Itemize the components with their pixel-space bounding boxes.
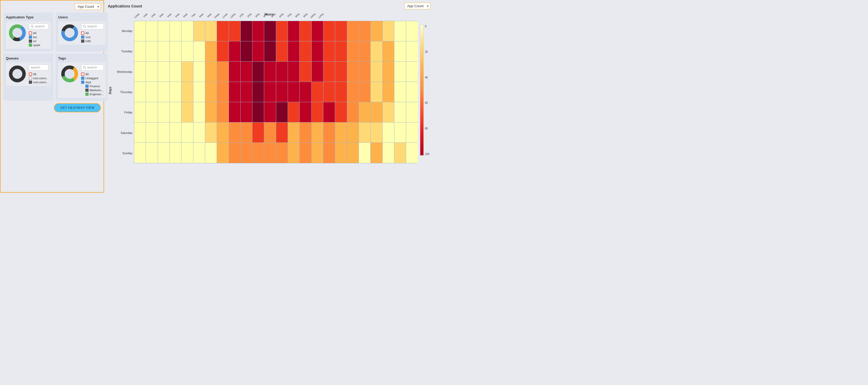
heatmap-cell[interactable]: [335, 21, 347, 41]
heatmap-cell[interactable]: [394, 82, 406, 102]
heatmap-view-button[interactable]: GET HEATMAP VIEW: [54, 103, 101, 112]
app-type-spark[interactable]: spark: [29, 43, 49, 47]
heatmap-cell[interactable]: [134, 62, 146, 82]
heatmap-cell[interactable]: [252, 123, 264, 143]
heatmap-cell[interactable]: [347, 123, 359, 143]
heatmap-cell[interactable]: [217, 123, 229, 143]
heatmap-cell[interactable]: [276, 62, 288, 82]
heatmap-cell[interactable]: [300, 62, 311, 82]
heatmap-cell[interactable]: [312, 143, 323, 163]
heatmap-cell[interactable]: [181, 102, 193, 123]
heatmap-cell[interactable]: [205, 102, 217, 123]
heatmap-cell[interactable]: [406, 21, 417, 41]
heatmap-cell[interactable]: [158, 82, 170, 102]
heatmap-cell[interactable]: [383, 123, 394, 143]
heatmap-cell[interactable]: [193, 102, 205, 123]
heatmap-cell[interactable]: [276, 21, 288, 41]
heatmap-cell[interactable]: [252, 41, 264, 62]
heatmap-cell[interactable]: [300, 82, 311, 102]
queues-root1[interactable]: root.users...: [29, 76, 49, 80]
heatmap-cell[interactable]: [264, 62, 276, 82]
heatmap-cell[interactable]: [205, 41, 217, 62]
heatmap-cell[interactable]: [383, 82, 394, 102]
heatmap-cell[interactable]: [312, 82, 323, 102]
heatmap-cell[interactable]: [335, 102, 347, 123]
heatmap-cell[interactable]: [288, 123, 300, 143]
heatmap-cell[interactable]: [170, 143, 181, 163]
heatmap-cell[interactable]: [170, 21, 181, 41]
heatmap-cell[interactable]: [394, 143, 406, 163]
heatmap-cell[interactable]: [394, 62, 406, 82]
heatmap-cell[interactable]: [264, 143, 276, 163]
heatmap-cell[interactable]: [252, 21, 264, 41]
heatmap-cell[interactable]: [347, 62, 359, 82]
heatmap-cell[interactable]: [170, 62, 181, 82]
heatmap-cell[interactable]: [371, 62, 382, 82]
heatmap-cell[interactable]: [312, 62, 323, 82]
heatmap-cell[interactable]: [383, 102, 394, 123]
tags-marketing[interactable]: Marketin...: [81, 89, 104, 92]
heatmap-cell[interactable]: [323, 102, 335, 123]
heatmap-cell[interactable]: [146, 82, 158, 102]
heatmap-cell[interactable]: [146, 143, 158, 163]
heatmap-cell[interactable]: [217, 41, 229, 62]
heatmap-cell[interactable]: [276, 41, 288, 62]
heatmap-cell[interactable]: [181, 143, 193, 163]
heatmap-cell[interactable]: [347, 21, 359, 41]
heatmap-cell[interactable]: [146, 123, 158, 143]
heatmap-cell[interactable]: [276, 143, 288, 163]
heatmap-cell[interactable]: [323, 123, 335, 143]
tags-search[interactable]: search: [81, 65, 104, 70]
heatmap-cell[interactable]: [229, 102, 241, 123]
heatmap-cell[interactable]: [146, 21, 158, 41]
heatmap-cell[interactable]: [170, 123, 181, 143]
heatmap-cell[interactable]: [359, 102, 371, 123]
heatmap-cell[interactable]: [406, 41, 417, 62]
heatmap-cell[interactable]: [371, 123, 382, 143]
heatmap-cell[interactable]: [288, 143, 300, 163]
heatmap-cell[interactable]: [276, 102, 288, 123]
heatmap-cell[interactable]: [383, 21, 394, 41]
left-app-count-dropdown[interactable]: App Count: [75, 3, 101, 10]
app-type-all[interactable]: All: [29, 31, 49, 35]
heatmap-cell[interactable]: [134, 143, 146, 163]
heatmap-cell[interactable]: [181, 123, 193, 143]
heatmap-cell[interactable]: [288, 102, 300, 123]
heatmap-cell[interactable]: [158, 102, 170, 123]
heatmap-cell[interactable]: [134, 82, 146, 102]
heatmap-cell[interactable]: [359, 62, 371, 82]
heatmap-cell[interactable]: [371, 143, 382, 163]
heatmap-cell[interactable]: [264, 123, 276, 143]
left-dropdown-wrapper[interactable]: App Count: [75, 3, 101, 10]
heatmap-cell[interactable]: [229, 123, 241, 143]
heatmap-cell[interactable]: [252, 143, 264, 163]
heatmap-cell[interactable]: [406, 123, 417, 143]
heatmap-cell[interactable]: [371, 41, 382, 62]
heatmap-cell[interactable]: [347, 82, 359, 102]
heatmap-cell[interactable]: [347, 143, 359, 163]
queues-search[interactable]: search: [29, 65, 49, 70]
right-dropdown-wrapper[interactable]: App Count: [404, 3, 430, 9]
users-root[interactable]: root: [81, 35, 104, 39]
heatmap-cell[interactable]: [241, 143, 252, 163]
heatmap-cell[interactable]: [300, 41, 311, 62]
heatmap-cell[interactable]: [205, 62, 217, 82]
heatmap-cell[interactable]: [323, 62, 335, 82]
heatmap-cell[interactable]: [312, 21, 323, 41]
right-app-count-dropdown[interactable]: App Count: [404, 3, 430, 9]
app-type-mr[interactable]: mr: [29, 39, 49, 43]
heatmap-cell[interactable]: [241, 41, 252, 62]
heatmap-cell[interactable]: [252, 62, 264, 82]
tags-dept[interactable]: dept: [81, 81, 104, 84]
heatmap-cell[interactable]: [158, 21, 170, 41]
heatmap-cell[interactable]: [217, 21, 229, 41]
heatmap-cell[interactable]: [241, 62, 252, 82]
heatmap-cell[interactable]: [359, 123, 371, 143]
heatmap-cell[interactable]: [158, 41, 170, 62]
heatmap-cell[interactable]: [335, 82, 347, 102]
heatmap-cell[interactable]: [312, 41, 323, 62]
heatmap-cell[interactable]: [241, 21, 252, 41]
heatmap-cell[interactable]: [241, 82, 252, 102]
heatmap-cell[interactable]: [335, 123, 347, 143]
heatmap-cell[interactable]: [347, 102, 359, 123]
